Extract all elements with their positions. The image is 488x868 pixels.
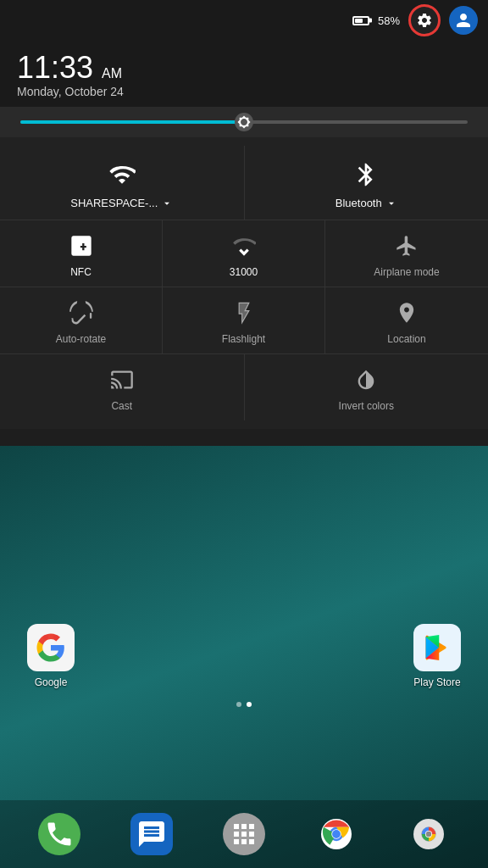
wifi-dropdown-icon: [161, 198, 173, 209]
bt-dropdown-icon: [385, 198, 397, 209]
bluetooth-icon: [352, 161, 380, 188]
wifi-icon-container: [107, 159, 137, 190]
tiles-section: SHARESPACE-... Bluetooth: [0, 137, 488, 429]
flashlight-icon: [232, 301, 256, 325]
brightness-thumb[interactable]: [235, 113, 253, 131]
signal-tile[interactable]: 31000: [163, 220, 325, 287]
airplane-icon: [395, 234, 419, 258]
playstore-app[interactable]: Play Store: [403, 624, 471, 688]
home-screen: Google: [0, 610, 488, 868]
wifi-icon: [108, 161, 136, 188]
status-bar: 58%: [0, 0, 488, 41]
airplane-icon-container: [393, 232, 420, 259]
brightness-fill: [20, 120, 244, 124]
tiles-grid-row1: NFC 31000 Airplane mode: [0, 220, 488, 287]
page-dot-1: [247, 702, 252, 707]
bluetooth-label: Bluetooth: [336, 197, 382, 209]
svg-point-8: [332, 830, 341, 838]
autorotate-icon-container: [68, 299, 95, 326]
chrome-icon: [315, 813, 358, 855]
flashlight-label: Flashlight: [222, 333, 265, 345]
autorotate-label: Auto-rotate: [56, 333, 106, 345]
svg-point-1: [53, 635, 58, 640]
datetime-area: 11:33 AM Monday, October 24: [0, 41, 488, 107]
signal-label: 31000: [230, 266, 258, 278]
camera-icon: [408, 813, 450, 855]
signal-icon-container: [230, 232, 258, 259]
invert-label: Invert colors: [339, 400, 394, 412]
time-value: 11:33: [17, 50, 93, 85]
date-display: Monday, October 24: [17, 85, 471, 98]
location-icon-container: [393, 299, 420, 326]
wifi-tile[interactable]: SHARESPACE-...: [0, 146, 245, 220]
user-icon: [453, 10, 474, 31]
messages-icon: [130, 813, 173, 855]
launcher-icon: [223, 813, 265, 855]
wifi-label-row: SHARESPACE-...: [70, 197, 173, 209]
cast-tile[interactable]: Cast: [0, 354, 245, 420]
messages-svg: [136, 819, 167, 849]
playstore-app-label: Play Store: [413, 676, 460, 688]
nfc-tile[interactable]: NFC: [0, 220, 163, 287]
airplane-tile[interactable]: Airplane mode: [325, 220, 488, 287]
phone-svg: [44, 819, 75, 849]
launcher-svg: [229, 819, 259, 849]
google-logo: [36, 632, 66, 663]
camera-dock-icon[interactable]: [408, 813, 450, 855]
svg-point-0: [43, 635, 48, 640]
settings-button[interactable]: [408, 4, 441, 36]
nfc-icon-container: [68, 232, 95, 259]
chrome-dock-icon[interactable]: [315, 813, 358, 855]
page-dots: [0, 695, 488, 714]
playstore-logo: [422, 632, 452, 663]
location-label: Location: [387, 333, 425, 345]
phone-dock-icon[interactable]: [38, 813, 80, 855]
cast-icon: [110, 368, 134, 392]
chrome-svg: [321, 819, 352, 849]
launcher-dock-icon[interactable]: [223, 813, 265, 855]
invert-colors-tile[interactable]: Invert colors: [245, 354, 489, 420]
home-icons-row: Google: [0, 610, 488, 695]
airplane-label: Airplane mode: [374, 266, 439, 278]
flashlight-icon-container: [230, 299, 258, 326]
google-app-label: Google: [35, 676, 68, 688]
google-icon: [27, 624, 75, 671]
messages-dock-icon[interactable]: [130, 813, 173, 855]
brightness-slider[interactable]: [20, 120, 468, 124]
user-avatar[interactable]: [449, 6, 478, 35]
svg-point-12: [425, 832, 431, 837]
phone-icon: [38, 813, 80, 855]
autorotate-tile[interactable]: Auto-rotate: [0, 287, 163, 354]
cast-label: Cast: [111, 400, 132, 412]
time-ampm: AM: [102, 66, 122, 81]
bluetooth-icon-container: [351, 159, 381, 190]
bottom-tiles-row: Cast Invert colors: [0, 354, 488, 420]
nfc-label: NFC: [70, 266, 92, 278]
tiles-grid-row2: Auto-rotate Flashlight: [0, 287, 488, 354]
location-icon: [395, 301, 419, 325]
brightness-icon: [237, 115, 251, 129]
wifi-bt-row: SHARESPACE-... Bluetooth: [0, 146, 488, 220]
signal-icon: [232, 234, 256, 258]
camera-svg: [413, 819, 444, 849]
time-display: 11:33 AM: [17, 53, 471, 83]
wifi-label: SHARESPACE-...: [70, 197, 158, 209]
gear-icon: [416, 12, 433, 29]
page-dot-0: [236, 702, 241, 707]
invert-icon-container: [352, 366, 380, 393]
dock: [0, 800, 488, 868]
bluetooth-tile[interactable]: Bluetooth: [245, 146, 489, 220]
invert-colors-icon: [354, 368, 378, 392]
bluetooth-label-row: Bluetooth: [336, 197, 397, 209]
battery-icon: [352, 16, 369, 25]
quick-settings-panel: 11:33 AM Monday, October 24: [0, 41, 488, 446]
autorotate-icon: [69, 301, 93, 325]
playstore-icon: [413, 624, 461, 671]
cast-icon-container: [108, 366, 136, 393]
nfc-icon: [69, 234, 93, 258]
google-app[interactable]: Google: [17, 624, 85, 688]
location-tile[interactable]: Location: [325, 287, 488, 354]
flashlight-tile[interactable]: Flashlight: [163, 287, 325, 354]
brightness-row: [0, 107, 488, 137]
battery-percentage: 58%: [378, 14, 400, 27]
